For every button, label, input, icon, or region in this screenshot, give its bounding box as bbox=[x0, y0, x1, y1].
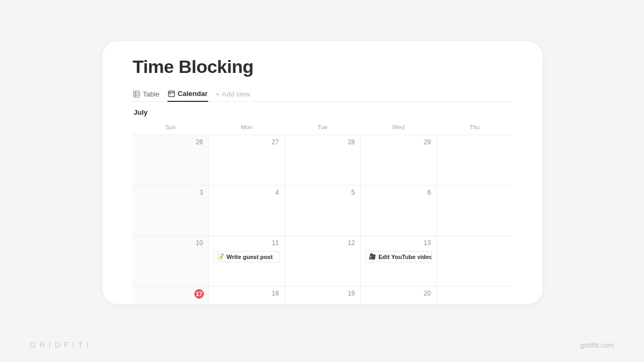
day-number: 20 bbox=[424, 290, 431, 297]
day-number-today: 17 bbox=[194, 289, 204, 299]
weekday-header: Sun bbox=[133, 121, 209, 135]
tab-calendar-label: Calendar bbox=[178, 90, 208, 98]
calendar-cell[interactable]: 18 bbox=[209, 286, 285, 305]
calendar-cell[interactable] bbox=[436, 186, 513, 236]
day-number: 11 bbox=[272, 239, 279, 247]
day-number: 6 bbox=[427, 189, 431, 196]
video-emoji-icon: 🎥 bbox=[369, 253, 376, 260]
app-card: Time Blocking Table bbox=[103, 41, 543, 304]
calendar-cell[interactable]: 11 📝 Write guest post bbox=[209, 236, 285, 286]
weekday-header: Tue bbox=[284, 121, 361, 135]
day-number: 19 bbox=[348, 290, 355, 297]
table-icon bbox=[133, 91, 140, 98]
calendar-cell[interactable]: 5 bbox=[284, 186, 361, 236]
event-title: Edit YouTube video bbox=[378, 254, 432, 260]
plus-icon: + bbox=[216, 91, 220, 98]
page-title: Time Blocking bbox=[133, 56, 513, 77]
calendar-cell[interactable]: 26 bbox=[133, 135, 209, 186]
calendar-cell[interactable]: 12 bbox=[284, 236, 361, 286]
weekday-header-row: Sun Mon Tue Wed Thu bbox=[133, 121, 513, 135]
tab-table-label: Table bbox=[143, 90, 159, 98]
day-number: 3 bbox=[199, 189, 203, 196]
day-number: 18 bbox=[272, 290, 279, 297]
calendar-cell[interactable] bbox=[436, 135, 513, 186]
calendar-cell[interactable]: 6 bbox=[361, 186, 437, 236]
calendar-cell[interactable]: 28 bbox=[284, 135, 361, 186]
calendar-row: 3 4 5 6 bbox=[133, 186, 513, 236]
calendar-cell[interactable]: 27 bbox=[209, 135, 285, 186]
weekday-header: Wed bbox=[361, 121, 437, 135]
day-number: 12 bbox=[348, 239, 355, 247]
calendar-cell[interactable]: 10 bbox=[133, 236, 209, 286]
calendar-cell[interactable] bbox=[436, 236, 513, 286]
brand-url: gridfiti.com bbox=[580, 341, 614, 349]
calendar-row: 10 11 📝 Write guest post 12 13 🎥 Edi bbox=[133, 236, 513, 286]
calendar-cell[interactable]: 20 bbox=[361, 286, 437, 305]
add-view-label: Add view bbox=[222, 90, 250, 98]
calendar-icon bbox=[168, 90, 175, 97]
day-number: 10 bbox=[196, 239, 203, 247]
calendar-cell[interactable]: 29 bbox=[361, 135, 437, 186]
calendar-cell[interactable]: 19 bbox=[284, 286, 361, 305]
weekday-header: Mon bbox=[209, 121, 285, 135]
calendar-cell[interactable]: 4 bbox=[209, 186, 285, 236]
day-number: 4 bbox=[275, 189, 279, 196]
svg-rect-6 bbox=[170, 94, 171, 95]
svg-rect-0 bbox=[134, 91, 140, 97]
event-title: Write guest post bbox=[226, 254, 273, 260]
calendar-cell[interactable] bbox=[436, 286, 513, 305]
calendar-cell[interactable]: 3 bbox=[133, 186, 209, 236]
day-number: 26 bbox=[196, 138, 203, 146]
brand-logo-text: GRIDFITI bbox=[30, 341, 92, 349]
weekday-header: Thu bbox=[436, 121, 513, 135]
calendar-grid: Sun Mon Tue Wed Thu 26 27 28 29 3 4 bbox=[133, 121, 513, 304]
note-emoji-icon: 📝 bbox=[217, 253, 224, 260]
day-number: 5 bbox=[352, 189, 355, 196]
calendar-row: 26 27 28 29 bbox=[133, 135, 513, 186]
calendar-row: 17 18 19 20 bbox=[133, 286, 513, 305]
calendar-cell[interactable]: 17 bbox=[133, 286, 209, 305]
day-number: 28 bbox=[348, 138, 355, 146]
tab-calendar[interactable]: Calendar bbox=[167, 87, 208, 102]
view-tabs: Table Calendar + Add view bbox=[133, 87, 513, 102]
month-label: July bbox=[134, 108, 513, 116]
add-view-button[interactable]: + Add view bbox=[216, 90, 250, 98]
calendar-cell[interactable]: 13 🎥 Edit YouTube video bbox=[361, 236, 437, 286]
card-inner: Time Blocking Table bbox=[103, 41, 543, 304]
day-number: 13 bbox=[424, 239, 431, 247]
day-number: 27 bbox=[272, 138, 279, 146]
calendar-event[interactable]: 🎥 Edit YouTube video bbox=[365, 251, 432, 262]
calendar-event[interactable]: 📝 Write guest post bbox=[213, 251, 280, 262]
tab-table[interactable]: Table bbox=[133, 87, 160, 102]
day-number: 29 bbox=[424, 138, 431, 146]
svg-rect-4 bbox=[169, 91, 174, 97]
